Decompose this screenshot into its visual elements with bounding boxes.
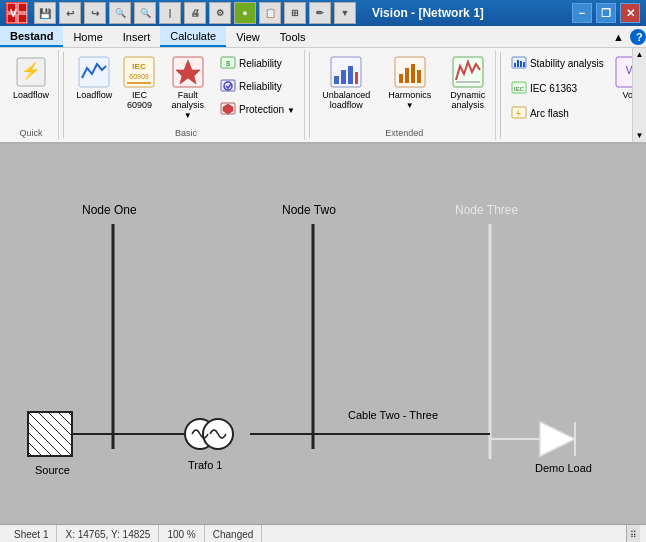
svg-rect-32 [514, 63, 516, 67]
toolbar-extra2: ⊞ [284, 2, 306, 24]
toolbar-zoom-out[interactable]: 🔍 [134, 2, 156, 24]
arc-flash-label: Arc flash [530, 108, 569, 119]
menu-home[interactable]: Home [63, 26, 112, 47]
arc-flash-button[interactable]: Arc flash [506, 102, 609, 124]
unbalanced-loadflow-label: Unbalancedloadflow [322, 90, 370, 110]
ribbon-group-basic: Loadflow IEC 60909 IEC60909 [68, 50, 305, 140]
iec-60909-button[interactable]: IEC 60909 IEC60909 [118, 52, 160, 114]
toolbar-redo[interactable]: ↪ [84, 2, 106, 24]
svg-rect-34 [520, 61, 522, 67]
svg-rect-27 [411, 64, 415, 83]
svg-text:Demo Load: Demo Load [535, 462, 592, 474]
iec-60909-label: IEC60909 [127, 90, 152, 110]
minimize-button[interactable]: − [572, 3, 592, 23]
coordinates-value: X: 14765, Y: 14825 [65, 529, 150, 540]
svg-text:Node One: Node One [82, 203, 137, 217]
toolbar-print[interactable]: 🖨 [184, 2, 206, 24]
toolbar-dropdown[interactable]: ▼ [334, 2, 356, 24]
loadflow-label: Loadflow [76, 90, 112, 100]
harmonics-button[interactable]: Harmonics ▼ [379, 52, 441, 114]
protection-icon [220, 101, 236, 117]
svg-text:IEC: IEC [133, 62, 147, 71]
ribbon-sep-2 [309, 52, 310, 138]
costs-button[interactable]: $ Reliability [215, 52, 300, 74]
svg-rect-35 [523, 62, 525, 67]
svg-text:Node Three: Node Three [455, 203, 518, 217]
quick-group-label: Quick [4, 128, 58, 138]
ribbon-group-quick: ⚡ Loadflow Quick [4, 50, 59, 140]
ribbon-group-right: Stability analysis IEC IEC 61363 [505, 50, 642, 140]
toolbar-zoom-in[interactable]: 🔍 [109, 2, 131, 24]
status-grip[interactable]: ⠿ [626, 525, 640, 542]
title-bar-controls: − ❐ ✕ [572, 3, 640, 23]
dynamic-analysis-button[interactable]: Dynamicanalysis [445, 52, 491, 114]
harmonics-icon [394, 56, 426, 88]
reliability-icon [220, 78, 236, 94]
sheet-indicator: Sheet 1 [6, 525, 57, 542]
toolbar-status-green: ● [234, 2, 256, 24]
status-bar: Sheet 1 X: 14765, Y: 14825 100 % Changed… [0, 524, 646, 542]
menu-insert[interactable]: Insert [113, 26, 161, 47]
reliability-button[interactable]: Reliability [215, 75, 300, 97]
menu-view[interactable]: View [226, 26, 270, 47]
loadflow-button[interactable]: Loadflow [72, 52, 116, 104]
dynamic-analysis-icon [452, 56, 484, 88]
svg-rect-26 [405, 68, 409, 83]
svg-text:Cable Two - Three: Cable Two - Three [348, 409, 438, 421]
menu-calculate[interactable]: Calculate [160, 26, 226, 47]
title-bar-left: V 💾 ↩ ↪ 🔍 🔍 | 🖨 ⚙ ● 📋 ⊞ ✏ ▼ Vision - [Ne… [6, 2, 484, 24]
toolbar-extra1[interactable]: 📋 [259, 2, 281, 24]
menu-bestand[interactable]: Bestand [0, 26, 63, 47]
zoom-value: 100 % [167, 529, 195, 540]
close-button[interactable]: ✕ [620, 3, 640, 23]
loadflow-quick-label: Loadflow [13, 90, 49, 100]
toolbar-save[interactable]: 💾 [34, 2, 56, 24]
ribbon-scroll-down[interactable]: ▼ [636, 131, 644, 140]
svg-text:60909: 60909 [130, 73, 150, 80]
svg-text:Source: Source [35, 464, 70, 476]
fault-analysis-label: Faultanalysis ▼ [168, 90, 207, 120]
ribbon-sep-1 [63, 52, 64, 138]
stability-analysis-button[interactable]: Stability analysis [506, 52, 609, 74]
loadflow-quick-icon: ⚡ [15, 56, 47, 88]
costs-icon: $ [220, 55, 236, 71]
protection-label: Protection ▼ [239, 104, 295, 115]
toolbar-undo[interactable]: ↩ [59, 2, 81, 24]
loadflow-quick-button[interactable]: ⚡ Loadflow [7, 52, 55, 104]
change-status: Changed [205, 525, 263, 542]
costs-label: Reliability [239, 58, 282, 69]
collapse-ribbon-button[interactable]: ▲ [607, 29, 630, 45]
ribbon-scrollbar[interactable]: ▲ ▼ [632, 48, 646, 142]
change-value: Changed [213, 529, 254, 540]
ribbon-sep-3 [500, 52, 501, 138]
protection-button[interactable]: Protection ▼ [215, 98, 300, 120]
canvas-area[interactable]: Node One Node Two Node Three Cable Two -… [0, 144, 646, 524]
fault-analysis-button[interactable]: Faultanalysis ▼ [162, 52, 213, 124]
menu-tools[interactable]: Tools [270, 26, 316, 47]
iec-61363-label: IEC 61363 [530, 83, 577, 94]
toolbar-settings[interactable]: ⚙ [209, 2, 231, 24]
extended-group-label: Extended [314, 128, 495, 138]
reliability-label: Reliability [239, 81, 282, 92]
harmonics-label: Harmonics ▼ [385, 90, 435, 110]
svg-rect-20 [334, 76, 339, 84]
arc-flash-icon [511, 105, 527, 121]
svg-text:⚡: ⚡ [21, 61, 41, 80]
sheet-label: Sheet 1 [14, 529, 48, 540]
svg-rect-25 [399, 74, 403, 83]
iec-61363-icon: IEC [511, 80, 527, 96]
restore-button[interactable]: ❐ [596, 3, 616, 23]
toolbar-extra3[interactable]: ✏ [309, 2, 331, 24]
basic-small-buttons: $ Reliability Reliability [215, 52, 300, 134]
iec-61363-button[interactable]: IEC IEC 61363 [506, 77, 609, 99]
help-button[interactable]: ? [630, 29, 646, 45]
svg-rect-38 [512, 107, 526, 118]
svg-rect-23 [355, 72, 358, 84]
svg-text:IEC: IEC [514, 86, 525, 92]
menu-bar: Bestand Home Insert Calculate View Tools… [0, 26, 646, 48]
basic-group-label: Basic [68, 128, 304, 138]
unbalanced-loadflow-button[interactable]: Unbalancedloadflow [318, 52, 375, 114]
ribbon-scroll-up[interactable]: ▲ [636, 50, 644, 59]
right-panel-buttons: Stability analysis IEC IEC 61363 [506, 52, 609, 138]
svg-rect-22 [348, 66, 353, 84]
